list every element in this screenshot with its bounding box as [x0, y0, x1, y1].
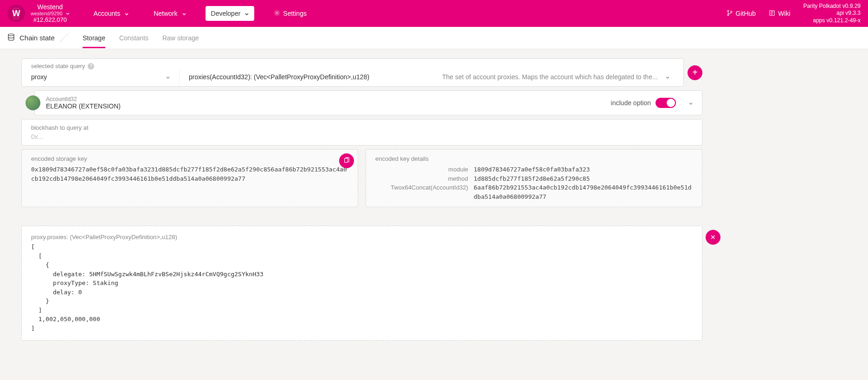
identicon — [26, 95, 40, 110]
svg-rect-6 — [345, 158, 348, 162]
content: selected state query ? proxy proxies(Acc… — [0, 49, 724, 350]
book-icon — [769, 10, 775, 18]
blockhash-card[interactable]: blockhash to query at 0x... — [21, 119, 702, 146]
tab-raw-storage[interactable]: Raw storage — [162, 28, 199, 48]
help-icon[interactable]: ? — [88, 63, 94, 70]
database-icon — [7, 33, 15, 42]
tab-constants[interactable]: Constants — [119, 28, 148, 48]
query-card: selected state query ? proxy proxies(Acc… — [21, 58, 684, 87]
github-link[interactable]: GitHub — [727, 10, 756, 18]
chevron-down-icon — [166, 73, 170, 81]
svg-point-1 — [727, 10, 729, 12]
nav-settings[interactable]: Settings — [268, 6, 312, 21]
kv-row: Twox64Concat(AccountId32) 6aaf86b72b9215… — [375, 183, 693, 201]
block-number: #12,622,070 — [31, 16, 70, 23]
query-label: selected state query ? — [22, 59, 683, 70]
copy-icon — [343, 157, 350, 165]
chevron-down-icon[interactable] — [689, 99, 693, 107]
chevron-down-icon — [66, 11, 70, 16]
key-details-card: encoded key details module 1809d78346727… — [366, 149, 702, 207]
branch-icon — [727, 10, 733, 18]
svg-point-0 — [276, 12, 278, 13]
version-info: Parity Polkadot v0.9.29 api v9.3.3 apps … — [804, 3, 861, 25]
network-sub: westend/9290 — [31, 11, 70, 16]
wiki-link[interactable]: Wiki — [769, 10, 790, 18]
method-description: The set of account proxies. Maps the acc… — [433, 70, 683, 86]
kv-row: method 1d885dcfb277f185f2d8e62a5f290c85 — [375, 174, 693, 184]
network-selector[interactable]: Westend westend/9290 #12,622,070 — [31, 4, 70, 23]
svg-point-3 — [731, 11, 732, 12]
topbar-right: GitHub Wiki Parity Polkadot v0.9.29 api … — [727, 3, 861, 25]
blockhash-label: blockhash to query at — [31, 124, 693, 131]
nav-network[interactable]: Network — [148, 6, 191, 21]
kv-row: module 1809d78346727a0ef58c0fa03bafa323 — [375, 165, 693, 174]
encoded-key-label: encoded storage key — [31, 155, 348, 162]
tab-storage[interactable]: Storage — [83, 28, 105, 48]
nav-accounts[interactable]: Accounts — [88, 6, 135, 21]
blockhash-input[interactable]: 0x... — [31, 131, 693, 140]
chevron-down-icon — [125, 10, 129, 17]
encoded-key-card: encoded storage key 0x1809d78346727a0ef5… — [21, 149, 358, 207]
gear-icon — [274, 10, 280, 18]
key-details-label: encoded key details — [375, 155, 693, 162]
account-name: ELEANOR (EXTENSION) — [46, 102, 605, 110]
close-result-button[interactable]: ✕ — [706, 230, 720, 245]
copy-button[interactable] — [339, 153, 354, 168]
chevron-down-icon — [245, 10, 249, 17]
chevron-down-icon — [182, 10, 186, 17]
nav: Accounts Network Developer Settings — [88, 6, 312, 21]
encoded-key-value: 0x1809d78346727a0ef58c0fa03bafa3231d885d… — [31, 165, 348, 183]
method-select[interactable]: proxies(AccountId32): (Vec<PalletProxyPr… — [180, 70, 433, 86]
result-body: [ [ { delegate: 5HMfSUwSgzwk4mBLhFzvBSe2… — [31, 242, 693, 333]
chevron-down-icon — [666, 73, 669, 81]
subbar: Chain state Storage Constants Raw storag… — [0, 27, 868, 49]
tabs: Storage Constants Raw storage — [83, 28, 199, 48]
logo: W — [7, 5, 25, 22]
svg-point-2 — [727, 14, 729, 15]
page-title: Chain state — [7, 33, 69, 42]
svg-point-5 — [8, 34, 14, 36]
result-card: proxy.proxies: (Vec<PalletProxyProxyDefi… — [21, 226, 702, 341]
include-option-label: include option — [611, 99, 651, 107]
add-query-button[interactable]: + — [688, 65, 702, 80]
account-card[interactable]: AccountId32 ELEANOR (EXTENSION) include … — [34, 90, 702, 115]
account-type-label: AccountId32 — [46, 96, 605, 102]
include-option-toggle[interactable] — [656, 98, 676, 108]
nav-developer[interactable]: Developer — [206, 6, 255, 21]
topbar: W Westend westend/9290 #12,622,070 Accou… — [0, 0, 868, 27]
module-select[interactable]: proxy — [22, 70, 180, 86]
result-label: proxy.proxies: (Vec<PalletProxyProxyDefi… — [31, 234, 693, 241]
network-name: Westend — [31, 4, 70, 11]
